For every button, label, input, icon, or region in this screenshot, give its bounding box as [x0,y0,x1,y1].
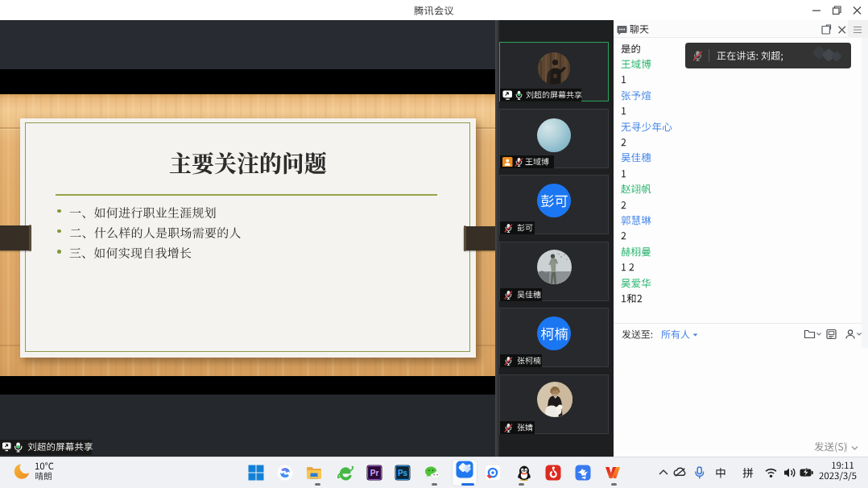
svg-text:Ps: Ps [398,469,408,478]
svg-text:Pr: Pr [370,469,379,478]
